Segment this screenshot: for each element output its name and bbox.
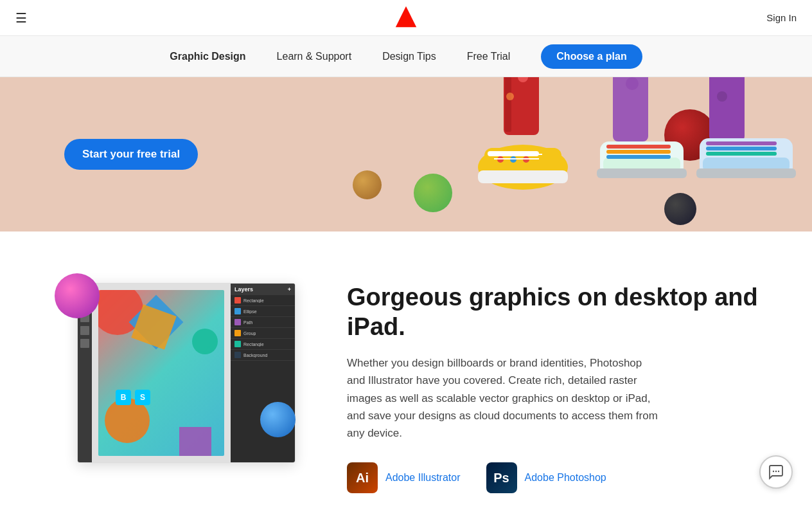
svg-point-32 [773,471,774,472]
main-content: Layers + Rectangle Ellipse Path Gr [0,231,812,508]
layers-title: Layers [234,286,253,293]
svg-point-34 [778,471,779,472]
bs-badges: B S [116,390,150,405]
nav-item-graphic-design[interactable]: Graphic Design [170,51,245,62]
text-content: Gorgeous graphics on desktop and iPad. W… [347,270,761,493]
layer-name-1: Rectangle [243,298,264,303]
canvas-artwork [98,290,224,456]
layer-item-6[interactable]: Background [231,350,295,361]
layer-item-2[interactable]: Ellipse [231,306,295,317]
illustrator-icon: Ai [347,462,378,493]
photoshop-label: Adobe Photoshop [525,472,606,484]
decorative-circle-top [55,273,100,318]
hamburger-icon[interactable]: ☰ [15,10,27,26]
illustrator-label: Adobe Illustrator [385,472,461,484]
canvas-area [92,284,231,462]
layer-color-6 [234,352,241,358]
artwork-shape-5 [192,329,218,354]
layer-color-2 [234,308,241,314]
layer-name-4: Group [243,331,256,336]
nav-item-design-tips[interactable]: Design Tips [382,51,436,62]
layer-name-5: Rectangle [243,342,264,347]
adobe-logo[interactable] [394,5,418,31]
product-links: Ai Adobe Illustrator Ps Adobe Photoshop [347,462,761,493]
section-title: Gorgeous graphics on desktop and iPad. [347,283,761,341]
header-left: ☰ [15,10,27,26]
dark-ball-decoration [664,193,696,225]
green-ball-decoration [414,174,452,212]
layer-name-2: Ellipse [243,309,257,314]
bronze-ball-decoration [353,170,382,199]
section-description: Whether you design billboards or brand i… [347,354,662,442]
hero-banner: Start your free trial [0,77,812,231]
illustrator-link[interactable]: Ai Adobe Illustrator [347,462,461,493]
layer-item-3[interactable]: Path [231,317,295,328]
tool-brush[interactable] [80,339,89,348]
adobe-logo-svg [394,5,418,28]
nav-item-learn-support[interactable]: Learn & Support [277,51,352,62]
layers-panel-header: Layers + [231,284,295,295]
hero-cta-button[interactable]: Start your free trial [64,139,198,170]
tool-shape[interactable] [80,326,89,335]
layer-item-5[interactable]: Rectangle [231,339,295,350]
layer-name-3: Path [243,320,252,325]
header: ☰ Sign In [0,0,812,36]
chat-button[interactable] [759,455,793,489]
decorative-circle-bottom [260,402,296,437]
layer-item-1[interactable]: Rectangle [231,295,295,306]
layer-color-3 [234,319,241,325]
layer-color-5 [234,341,241,347]
photoshop-icon: Ps [486,462,517,493]
layer-name-6: Background [243,353,267,358]
artwork-shape-4 [179,427,211,456]
sign-in-link[interactable]: Sign In [766,12,797,23]
navigation: Graphic Design Learn & Support Design Ti… [0,36,812,77]
nav-item-free-trial[interactable]: Free Trial [467,51,511,62]
layer-color-1 [234,297,241,304]
app-screenshot: Layers + Rectangle Ellipse Path Gr [77,283,296,463]
badge-s: S [135,390,150,405]
layers-add-icon[interactable]: + [288,286,291,293]
illustration-area: Layers + Rectangle Ellipse Path Gr [51,270,296,463]
choose-plan-button[interactable]: Choose a plan [541,44,642,69]
layer-color-4 [234,330,241,336]
svg-point-33 [775,471,777,472]
svg-rect-2 [399,20,413,22]
photoshop-link[interactable]: Ps Adobe Photoshop [486,462,606,493]
chat-icon [768,464,784,480]
badge-b: B [116,390,131,405]
red-ball-decoration [664,109,716,161]
layer-item-4[interactable]: Group [231,328,295,339]
